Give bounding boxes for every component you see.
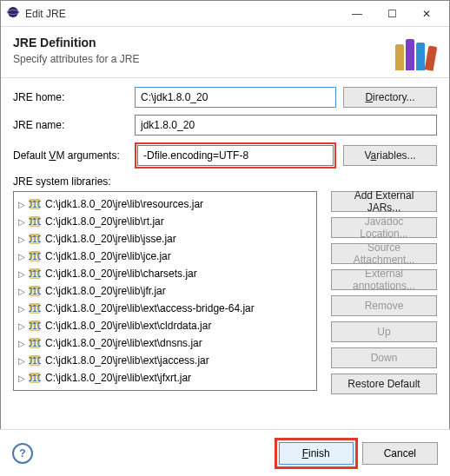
jar-icon: 010 (28, 302, 42, 314)
header-title: JRE Definition (13, 36, 394, 50)
jar-icon: 010 (28, 215, 42, 228)
dialog-header: JRE Definition Specify attributes for a … (1, 27, 449, 77)
source-attachment-button[interactable]: Source Attachment... (331, 243, 437, 264)
expand-icon[interactable]: ▷ (16, 391, 28, 392)
jar-icon: 010 (28, 372, 42, 384)
expand-icon[interactable]: ▷ (16, 339, 28, 348)
jar-icon: 010 (28, 285, 42, 297)
library-item[interactable]: ▷010C:\jdk1.8.0_20\jre\lib\ext\jfxrt.jar (16, 369, 314, 387)
vm-arguments-input[interactable] (137, 145, 334, 166)
expand-icon[interactable]: ▷ (16, 321, 28, 331)
library-item[interactable]: ▷010C:\jdk1.8.0_20\jre\lib\charsets.jar (16, 265, 314, 282)
library-path: C:\jdk1.8.0_20\jre\lib\ext\dnsns.jar (45, 337, 202, 349)
jre-home-input[interactable] (135, 87, 336, 108)
jar-icon: 010 (28, 233, 42, 245)
jar-icon: 010 (28, 250, 42, 262)
expand-icon[interactable]: ▷ (16, 287, 28, 296)
library-item[interactable]: ▷010C:\jdk1.8.0_20\jre\lib\resources.jar (16, 195, 314, 213)
library-item[interactable]: ▷010C:\jdk1.8.0_20\jre\lib\jce.jar (16, 248, 314, 265)
library-path: C:\jdk1.8.0_20\jre\lib\jfr.jar (45, 285, 166, 297)
expand-icon[interactable]: ▷ (16, 252, 28, 261)
jar-icon: 010 (28, 389, 42, 391)
remove-button[interactable]: Remove (331, 295, 437, 316)
library-item[interactable]: ▷010C:\jdk1.8.0_20\jre\lib\ext\jaccess.j… (16, 352, 314, 369)
expand-icon[interactable]: ▷ (16, 304, 28, 314)
library-path: C:\jdk1.8.0_20\jre\lib\ext\cldrdata.jar (45, 320, 211, 332)
finish-button[interactable]: FinishFinish (279, 442, 354, 465)
titlebar: Edit JRE — ☐ ✕ (1, 1, 449, 27)
library-path: C:\jdk1.8.0_20\jre\lib\jsse.jar (45, 233, 176, 245)
library-item[interactable]: ▷010C:\jdk1.8.0_20\jre\lib\ext\dnsns.jar (16, 334, 314, 352)
jre-name-label: JRE name: (13, 119, 135, 131)
library-path: C:\jdk1.8.0_20\jre\lib\resources.jar (45, 198, 203, 210)
svg-text:010: 010 (29, 338, 41, 348)
svg-text:010: 010 (29, 251, 41, 261)
jre-name-input[interactable] (135, 115, 437, 136)
svg-text:010: 010 (29, 216, 41, 227)
up-button[interactable]: Up (331, 321, 437, 342)
jar-icon: 010 (28, 320, 42, 332)
svg-text:010: 010 (29, 234, 41, 244)
jar-icon: 010 (28, 354, 42, 367)
expand-icon[interactable]: ▷ (16, 269, 28, 279)
library-item[interactable]: ▷010C:\jdk1.8.0_20\jre\lib\jfr.jar (16, 282, 314, 300)
down-button[interactable]: Down (331, 347, 437, 368)
library-path: C:\jdk1.8.0_20\jre\lib\ext\access-bridge… (45, 302, 255, 314)
library-item[interactable]: ▷010C:\jdk1.8.0_20\jre\lib\ext\localedat… (16, 387, 314, 391)
system-libraries-tree[interactable]: ▷010C:\jdk1.8.0_20\jre\lib\resources.jar… (13, 191, 317, 391)
library-item[interactable]: ▷010C:\jdk1.8.0_20\jre\lib\rt.jar (16, 213, 314, 230)
svg-text:010: 010 (29, 286, 41, 296)
svg-text:010: 010 (29, 390, 41, 392)
cancel-button[interactable]: Cancel (362, 442, 438, 465)
external-annotations-button[interactable]: External annotations... (331, 269, 437, 290)
vm-arguments-label: Default VM arguments: (13, 149, 135, 162)
maximize-button[interactable]: ☐ (374, 2, 409, 26)
help-button[interactable]: ? (12, 443, 33, 464)
jre-home-label: JRE home: (13, 91, 135, 103)
jar-icon: 010 (28, 268, 42, 280)
restore-default-button[interactable]: Restore Default (331, 374, 437, 394)
library-item[interactable]: ▷010C:\jdk1.8.0_20\jre\lib\ext\access-br… (16, 300, 314, 317)
minimize-button[interactable]: — (340, 2, 374, 26)
expand-icon[interactable]: ▷ (16, 235, 28, 244)
library-path: C:\jdk1.8.0_20\jre\lib\ext\jfxrt.jar (45, 372, 191, 384)
library-path: C:\jdk1.8.0_20\jre\lib\ext\localedata.ja… (45, 389, 222, 391)
svg-text:010: 010 (29, 199, 41, 209)
svg-text:010: 010 (29, 321, 41, 331)
close-button[interactable]: ✕ (409, 2, 444, 26)
jar-icon: 010 (28, 337, 42, 349)
library-path: C:\jdk1.8.0_20\jre\lib\jce.jar (45, 250, 171, 262)
svg-text:010: 010 (29, 303, 41, 314)
javadoc-location-button[interactable]: Javadoc Location... (331, 217, 437, 238)
add-external-jars-button[interactable]: Add External JARs... (331, 191, 437, 212)
expand-icon[interactable]: ▷ (16, 356, 28, 366)
expand-icon[interactable]: ▷ (16, 217, 28, 227)
library-item[interactable]: ▷010C:\jdk1.8.0_20\jre\lib\ext\cldrdata.… (16, 317, 314, 334)
system-libraries-label: JRE system libraries: (1, 175, 449, 188)
library-path: C:\jdk1.8.0_20\jre\lib\rt.jar (45, 215, 164, 228)
library-item[interactable]: ▷010C:\jdk1.8.0_20\jre\lib\jsse.jar (16, 230, 314, 248)
header-subtitle: Specify attributes for a JRE (13, 53, 394, 65)
svg-text:010: 010 (29, 373, 41, 383)
svg-point-0 (8, 7, 18, 17)
dialog-footer: ? FinishFinish Cancel (0, 429, 450, 476)
expand-icon[interactable]: ▷ (16, 200, 28, 209)
eclipse-icon (6, 5, 20, 22)
directory-button[interactable]: DDirectory...irectory... (343, 87, 437, 108)
variables-button[interactable]: Variables...Variables... (343, 145, 437, 166)
window-title: Edit JRE (25, 8, 340, 20)
svg-text:010: 010 (29, 268, 41, 279)
library-path: C:\jdk1.8.0_20\jre\lib\charsets.jar (45, 268, 197, 280)
library-path: C:\jdk1.8.0_20\jre\lib\ext\jaccess.jar (45, 354, 209, 367)
jar-icon: 010 (28, 198, 42, 210)
svg-text:010: 010 (29, 355, 41, 366)
books-icon (394, 36, 437, 70)
expand-icon[interactable]: ▷ (16, 374, 28, 383)
